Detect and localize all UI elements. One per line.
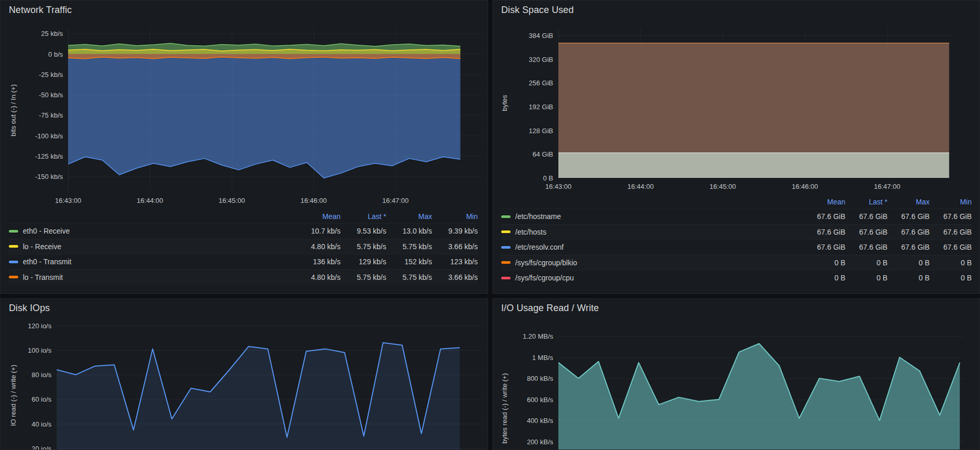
panel-header-network-traffic[interactable]: Network Traffic (1, 1, 488, 19)
series-label[interactable]: /etc/resolv.conf (515, 243, 803, 251)
legend-value-min: 123 kb/s (432, 258, 478, 266)
legend-value-min: 67.6 GiB (930, 212, 972, 221)
network-traffic-plot[interactable]: 16:43:0016:44:0016:45:0016:46:0016:47:00… (1, 19, 488, 209)
y-tick-label: 1 MB/s (493, 353, 553, 361)
y-tick-label: 192 GiB (493, 102, 553, 110)
panel-header-disk-space[interactable]: Disk Space Used (493, 1, 979, 19)
legend-value-last: 5.75 kb/s (341, 273, 386, 281)
legend-value-max: 67.6 GiB (887, 212, 930, 221)
y-tick-label: -100 kb/s (1, 132, 63, 139)
legend-row-cgroup-blkio[interactable]: /sys/fs/cgroup/blkio 0 B 0 B 0 B 0 B (501, 255, 972, 271)
series-label[interactable]: /sys/fs/cgroup/cpu (515, 274, 803, 282)
legend-sort-min[interactable]: Min (432, 212, 478, 221)
panel-disk-space-used: Disk Space Used bytes 16:43:0016:44:0016… (492, 0, 980, 294)
legend-value-max: 0 B (887, 259, 930, 267)
legend-sort-last[interactable]: Last * (845, 198, 887, 206)
legend-row-eth0-receive[interactable]: eth0 - Receive 10.7 kb/s 9.53 kb/s 13.0 … (9, 223, 478, 239)
legend-value-min: 0 B (930, 259, 972, 267)
y-tick-label: 600 kB/s (493, 395, 553, 403)
series-color-marker (501, 261, 511, 264)
y-tick-label: 40 io/s (1, 420, 51, 428)
x-tick-label: 16:45:00 (219, 197, 245, 204)
y-tick-label: 200 kB/s (493, 438, 553, 445)
legend-sort-min[interactable]: Min (930, 198, 972, 206)
legend-sort-max[interactable]: Max (887, 198, 930, 206)
legend-value-last: 67.6 GiB (845, 228, 887, 236)
series-label[interactable]: /sys/fs/cgroup/blkio (515, 259, 803, 267)
series-color-marker (9, 230, 18, 233)
panel-disk-iops: Disk IOps IO read (-) / write (+) 120 io… (0, 298, 488, 450)
series-label[interactable]: eth0 - Transmit (23, 258, 295, 266)
legend-table-network: Mean Last * Max Min eth0 - Receive 10.7 … (1, 209, 488, 285)
panel-header-io-usage[interactable]: I/O Usage Read / Write (493, 299, 979, 317)
legend-value-mean: 4.80 kb/s (295, 242, 341, 251)
panel-header-disk-iops[interactable]: Disk IOps (1, 299, 488, 317)
legend-sort-mean[interactable]: Mean (803, 198, 845, 206)
legend-value-last: 0 B (845, 274, 887, 282)
x-tick-label: 16:45:00 (710, 183, 736, 190)
y-tick-label: 384 GiB (493, 31, 553, 39)
legend-value-mean: 67.6 GiB (803, 243, 845, 251)
y-tick-label: 800 kB/s (493, 375, 553, 382)
legend-row-lo-transmit[interactable]: lo - Transmit 4.80 kb/s 5.75 kb/s 5.75 k… (9, 269, 478, 285)
legend-value-mean: 136 kb/s (295, 258, 341, 266)
legend-value-min: 67.6 GiB (930, 243, 972, 251)
disk-space-plot[interactable]: 16:43:0016:44:0016:45:0016:46:0016:47:00… (493, 19, 979, 194)
series-area (558, 344, 960, 450)
legend-value-max: 0 B (887, 274, 930, 282)
legend-value-min: 67.6 GiB (930, 228, 972, 236)
x-tick-label: 16:47:00 (382, 197, 409, 204)
legend-value-max: 5.75 kb/s (386, 242, 432, 251)
panel-title-disk-space[interactable]: Disk Space Used (501, 5, 574, 16)
series-area (57, 343, 460, 450)
x-tick-label: 16:47:00 (874, 183, 900, 190)
legend-header-row: Mean Last * Max Min (501, 195, 972, 209)
legend-row-eth0-transmit[interactable]: eth0 - Transmit 136 kb/s 129 kb/s 152 kb… (9, 254, 478, 269)
stacked-area-band (558, 43, 949, 153)
legend-table-disk-space: Mean Last * Max Min /etc/hostname 67.6 G… (493, 194, 979, 286)
series-area (68, 54, 460, 178)
series-label[interactable]: eth0 - Receive (23, 227, 295, 235)
legend-value-mean: 10.7 kb/s (295, 227, 341, 235)
io-usage-plot[interactable]: 1.20 MB/s1 MB/s800 kB/s600 kB/s400 kB/s2… (493, 317, 979, 449)
x-tick-label: 16:43:00 (545, 183, 572, 190)
panel-title-io-usage[interactable]: I/O Usage Read / Write (501, 303, 599, 314)
series-label[interactable]: lo - Transmit (23, 273, 295, 281)
chart-area-network: bits out (-) / In (+) 16:43:0016:44:0016… (1, 19, 488, 209)
legend-row-etc-hosts[interactable]: /etc/hosts 67.6 GiB 67.6 GiB 67.6 GiB 67… (501, 224, 972, 240)
series-label[interactable]: /etc/hosts (515, 228, 803, 236)
legend-value-last: 9.53 kb/s (341, 227, 386, 235)
legend-sort-last[interactable]: Last * (341, 212, 386, 221)
legend-sort-max[interactable]: Max (386, 212, 432, 221)
legend-value-min: 0 B (930, 274, 972, 282)
legend-row-etc-hostname[interactable]: /etc/hostname 67.6 GiB 67.6 GiB 67.6 GiB… (501, 209, 972, 224)
legend-value-last: 67.6 GiB (845, 243, 887, 251)
legend-value-mean: 0 B (803, 274, 845, 282)
legend-value-max: 5.75 kb/s (386, 273, 432, 281)
chart-svg (68, 29, 481, 192)
disk-iops-plot[interactable]: 120 io/s100 io/s80 io/s60 io/s40 io/s20 … (1, 317, 488, 449)
y-tick-label: 1.20 MB/s (493, 332, 553, 340)
y-tick-label: 320 GiB (493, 55, 553, 63)
y-tick-label: 0 B (493, 174, 553, 182)
panel-title-network-traffic[interactable]: Network Traffic (9, 5, 72, 16)
legend-row-lo-receive[interactable]: lo - Receive 4.80 kb/s 5.75 kb/s 5.75 kb… (9, 239, 478, 254)
panel-title-disk-iops[interactable]: Disk IOps (9, 303, 50, 314)
legend-value-mean: 67.6 GiB (803, 228, 845, 236)
series-color-marker (501, 277, 511, 279)
series-label[interactable]: lo - Receive (23, 242, 295, 251)
legend-value-last: 0 B (845, 259, 887, 267)
legend-row-etc-resolv-conf[interactable]: /etc/resolv.conf 67.6 GiB 67.6 GiB 67.6 … (501, 239, 972, 255)
legend-value-max: 67.6 GiB (887, 243, 930, 251)
chart-svg (57, 319, 481, 450)
legend-value-max: 67.6 GiB (887, 228, 930, 236)
legend-value-last: 129 kb/s (341, 258, 386, 266)
legend-row-cgroup-cpu[interactable]: /sys/fs/cgroup/cpu 0 B 0 B 0 B 0 B (501, 270, 972, 286)
legend-sort-mean[interactable]: Mean (295, 212, 341, 221)
legend-value-min: 3.66 kb/s (432, 242, 478, 251)
y-tick-label: 128 GiB (493, 126, 553, 134)
y-tick-label: 80 io/s (1, 371, 51, 379)
panel-io-usage: I/O Usage Read / Write bytes read (-) / … (492, 298, 980, 450)
series-label[interactable]: /etc/hostname (515, 212, 803, 221)
legend-value-min: 3.66 kb/s (432, 273, 478, 281)
